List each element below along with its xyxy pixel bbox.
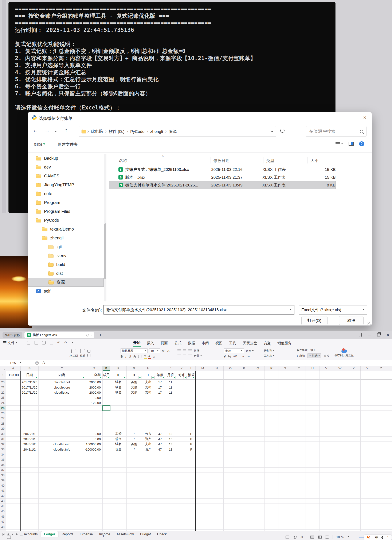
align-right-icon[interactable] [188, 355, 192, 357]
document-tab[interactable]: S 模板-Ledgert.xlsx [24, 332, 94, 338]
cell-B25[interactable] [21, 406, 39, 411]
cell-M29[interactable] [196, 426, 210, 432]
column-header-R[interactable]: R [265, 366, 278, 371]
menu-tab-公式[interactable]: 公式 [174, 340, 182, 346]
cell-O47[interactable] [224, 519, 237, 525]
filter-dropdown-icon[interactable] [99, 376, 102, 379]
cell-Z38[interactable] [374, 473, 388, 478]
breadcrumb-segment[interactable]: zhengli [150, 129, 163, 134]
cell-M32[interactable] [196, 442, 210, 447]
cell-S20[interactable] [278, 380, 292, 385]
cell-F32[interactable]: 域名 [110, 442, 127, 447]
cell-R26[interactable] [265, 411, 278, 416]
cell-R41[interactable] [265, 488, 278, 494]
cell-X49[interactable] [347, 530, 361, 531]
filter-dropdown-icon[interactable] [184, 376, 187, 379]
cell-S26[interactable] [278, 411, 292, 416]
cell-Z23[interactable] [374, 395, 388, 400]
column-header-U[interactable]: U [306, 366, 319, 371]
cell-B26[interactable] [21, 411, 39, 416]
cell-P21[interactable] [237, 385, 251, 390]
cell-U28[interactable] [306, 421, 319, 426]
cell-X47[interactable] [347, 519, 361, 525]
cell-E28[interactable] [103, 421, 110, 426]
cell-C40[interactable] [39, 483, 85, 488]
cell-V20[interactable] [319, 380, 333, 385]
cell-M41[interactable] [196, 488, 210, 494]
cell-J25[interactable] [165, 406, 176, 411]
macro-record-icon[interactable] [7, 535, 11, 539]
cell-O46[interactable] [224, 514, 237, 519]
cell-J27[interactable] [165, 416, 176, 421]
cell-G41[interactable] [127, 488, 142, 494]
cell-W23[interactable] [333, 395, 347, 400]
cell-O32[interactable] [224, 442, 237, 447]
cell-Y47[interactable] [361, 519, 374, 525]
cell-G37[interactable] [127, 468, 142, 473]
cell-O40[interactable] [224, 483, 237, 488]
cell-Q41[interactable] [251, 488, 265, 494]
cell-C31[interactable] [39, 437, 85, 442]
cell-N46[interactable] [210, 514, 224, 519]
cell-L34[interactable] [187, 452, 196, 457]
resize-grip[interactable] [368, 322, 371, 325]
cell-U30[interactable] [306, 431, 319, 437]
cell-A40[interactable] [6, 483, 21, 488]
save-icon[interactable] [27, 341, 30, 345]
cell-D23[interactable]: 0.00 [85, 395, 103, 400]
cell-W34[interactable] [333, 452, 347, 457]
row-number-36[interactable]: 36 [0, 462, 6, 468]
cell-R1[interactable] [265, 371, 278, 380]
cell-F33[interactable]: 现金 [110, 447, 127, 452]
cell-G49[interactable] [127, 530, 142, 531]
cell-Q24[interactable] [251, 400, 265, 406]
cell-P32[interactable] [237, 442, 251, 447]
cell-X30[interactable] [347, 431, 361, 437]
cell-I29[interactable] [155, 426, 165, 432]
row-number-41[interactable]: 41 [0, 488, 6, 494]
cell-E30[interactable] [103, 431, 110, 437]
cell-W29[interactable] [333, 426, 347, 432]
cell-I20[interactable]: 17 [155, 380, 165, 385]
row-number-38[interactable]: 38 [0, 473, 6, 478]
cell-N24[interactable] [210, 400, 224, 406]
cell-F20[interactable]: 域名 [110, 380, 127, 385]
cell-R27[interactable] [265, 416, 278, 421]
cell-X33[interactable] [347, 447, 361, 452]
cell-H39[interactable] [142, 478, 155, 483]
cell-C42[interactable] [39, 493, 85, 499]
cell-V31[interactable] [319, 437, 333, 442]
organize-button[interactable]: 组织 [34, 142, 45, 147]
cell-D33[interactable]: -100000.00 [85, 447, 103, 452]
cell-J44[interactable] [165, 504, 176, 509]
cell-R34[interactable] [265, 452, 278, 457]
cell-U25[interactable] [306, 406, 319, 411]
cell-S49[interactable] [278, 530, 292, 531]
cell-L32[interactable]: P [187, 442, 196, 447]
cell-N45[interactable] [210, 509, 224, 514]
cell-X26[interactable] [347, 411, 361, 416]
filter-dropdown-icon[interactable] [173, 376, 176, 379]
cell-S41[interactable] [278, 488, 292, 494]
fill-color-icon[interactable]: □ [144, 355, 146, 358]
new-document-tab-button[interactable]: + [99, 332, 102, 338]
cell-D31[interactable]: 0.00 [85, 437, 103, 442]
cell-G21[interactable]: 其他 [127, 385, 142, 390]
cell-J34[interactable] [165, 452, 176, 457]
cell-Y27[interactable] [361, 416, 374, 421]
cell-R43[interactable] [265, 499, 278, 504]
menu-tab-数据[interactable]: 数据 [188, 340, 196, 346]
cell-W36[interactable] [333, 462, 347, 468]
cell-Z26[interactable] [374, 411, 388, 416]
cell-Z42[interactable] [374, 493, 388, 499]
cell-F45[interactable] [110, 509, 127, 514]
cell-A47[interactable] [6, 519, 21, 525]
reading-mode-icon[interactable] [293, 536, 297, 539]
cell-S22[interactable] [278, 390, 292, 395]
cell-S29[interactable] [278, 426, 292, 432]
cell-K33[interactable] [176, 447, 187, 452]
cell-H40[interactable] [142, 483, 155, 488]
cell-Q40[interactable] [251, 483, 265, 488]
row-number-25[interactable]: 25 [0, 406, 6, 411]
cell-B44[interactable] [21, 504, 39, 509]
